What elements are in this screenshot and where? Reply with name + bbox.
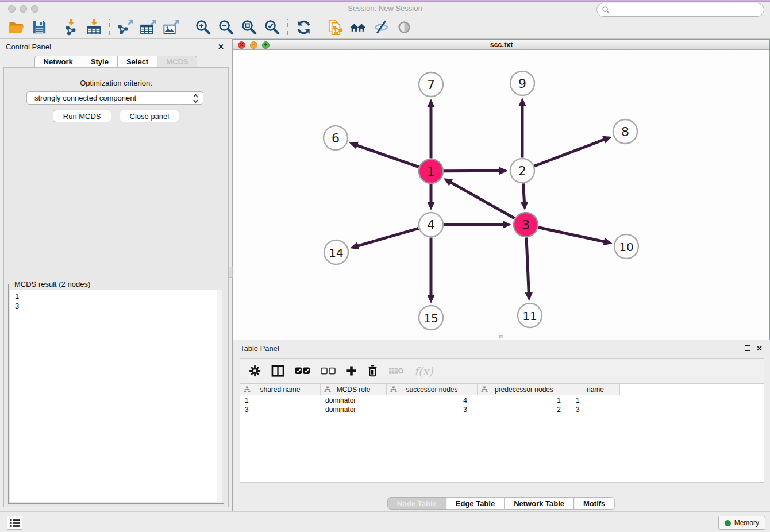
settings-gear-icon[interactable] bbox=[249, 365, 261, 377]
memory-label: Memory bbox=[734, 519, 759, 527]
vertical-splitter-grip[interactable] bbox=[229, 267, 233, 278]
table-cell: 2 bbox=[478, 405, 571, 414]
open-session-icon[interactable] bbox=[5, 18, 28, 37]
delete-icon[interactable] bbox=[367, 365, 378, 377]
node-label: 2 bbox=[518, 164, 526, 178]
first-neighbors-icon[interactable] bbox=[346, 18, 369, 37]
result-scrollbar[interactable] bbox=[217, 290, 222, 502]
node-label: 11 bbox=[522, 309, 537, 323]
export-table-icon[interactable] bbox=[137, 18, 160, 37]
export-network-icon[interactable] bbox=[114, 18, 137, 37]
run-mcds-button[interactable]: Run MCDS bbox=[53, 110, 111, 122]
zoom-fit-icon[interactable] bbox=[237, 18, 260, 37]
delete-column-icon bbox=[388, 366, 404, 376]
column-header-MCDS-role[interactable]: MCDS role bbox=[321, 384, 387, 395]
add-icon[interactable] bbox=[346, 365, 357, 376]
edge-2-8[interactable] bbox=[534, 139, 605, 166]
node-label: 10 bbox=[619, 240, 633, 254]
function-fx-icon: f(x) bbox=[414, 365, 433, 377]
zoom-in-icon[interactable] bbox=[191, 18, 214, 37]
column-header-predecessor-nodes[interactable]: predecessor nodes bbox=[478, 384, 571, 395]
column-header-successor-nodes[interactable]: successor nodes bbox=[387, 384, 478, 395]
edge-3-11[interactable] bbox=[526, 237, 529, 294]
tab-network-table[interactable]: Network Table bbox=[504, 497, 574, 510]
table-tabs: Node TableEdge TableNetwork TableMotifs bbox=[388, 497, 615, 510]
mcds-result-values: 13 bbox=[10, 290, 222, 313]
toolbar-separator bbox=[55, 19, 55, 36]
table-row[interactable]: 1dominator411 bbox=[240, 396, 620, 405]
deselect-all-icon[interactable] bbox=[321, 367, 336, 375]
close-panel-button[interactable]: Close panel bbox=[120, 110, 180, 122]
edge-1-6[interactable] bbox=[356, 145, 419, 167]
import-table-icon[interactable] bbox=[82, 18, 105, 37]
tab-motifs[interactable]: Motifs bbox=[573, 497, 615, 510]
refresh-icon[interactable] bbox=[292, 18, 315, 37]
edge-3-1[interactable] bbox=[450, 182, 514, 218]
close-panel-icon[interactable]: ✕ bbox=[218, 43, 224, 51]
show-columns-icon[interactable] bbox=[271, 365, 284, 377]
network-graph: 7968124314101511 bbox=[233, 50, 769, 339]
table-cell: 1 bbox=[240, 396, 321, 405]
table-panel: Table Panel ✕ f(x) shared nameMCDS roles… bbox=[233, 340, 770, 511]
application-window: Session: New Session Control Panel ✕ Net… bbox=[0, 0, 770, 532]
node-table[interactable]: shared nameMCDS rolesuccessor nodesprede… bbox=[240, 383, 764, 483]
node-label: 7 bbox=[427, 78, 435, 92]
mcds-result-textarea[interactable]: 13 bbox=[10, 290, 222, 502]
tab-network[interactable]: Network bbox=[34, 56, 82, 68]
table-panel-title: Table Panel bbox=[240, 344, 279, 353]
import-network-icon[interactable] bbox=[59, 18, 82, 37]
edge-4-14[interactable] bbox=[357, 228, 418, 246]
task-history-button[interactable] bbox=[7, 516, 22, 530]
optimization-criterion-select[interactable]: strongly connected component bbox=[26, 91, 203, 105]
node-label: 3 bbox=[522, 218, 530, 232]
close-table-panel-icon[interactable]: ✕ bbox=[756, 345, 763, 352]
arrowhead-icon bbox=[525, 292, 533, 301]
search-input[interactable] bbox=[610, 6, 764, 14]
column-tree-icon bbox=[324, 386, 331, 393]
tab-node-table[interactable]: Node Table bbox=[387, 497, 446, 510]
mcds-result-line: 3 bbox=[15, 301, 217, 311]
column-header-label: MCDS role bbox=[337, 385, 371, 394]
float-panel-icon[interactable] bbox=[206, 44, 211, 49]
tab-edge-table[interactable]: Edge Table bbox=[446, 497, 505, 510]
float-table-panel-icon[interactable] bbox=[745, 345, 750, 351]
new-network-from-selection-icon[interactable] bbox=[324, 18, 346, 37]
table-cell: dominator bbox=[321, 396, 387, 405]
memory-button[interactable]: Memory bbox=[718, 516, 765, 530]
arrowhead-icon bbox=[518, 98, 526, 106]
hide-selected-icon[interactable] bbox=[369, 18, 392, 37]
column-header-shared-name[interactable]: shared name bbox=[240, 384, 321, 395]
toolbar-separator bbox=[187, 19, 187, 36]
table-row[interactable]: 3dominator323 bbox=[240, 405, 620, 414]
control-panel-title: Control Panel bbox=[6, 43, 51, 51]
control-panel: Control Panel ✕ NetworkStyleSelectMCDS O… bbox=[0, 39, 233, 511]
edge-2-3[interactable] bbox=[523, 183, 524, 203]
table-cell: 3 bbox=[387, 405, 478, 414]
memory-status-dot-icon bbox=[725, 520, 731, 526]
column-header-name[interactable]: name bbox=[571, 384, 620, 395]
tab-style[interactable]: Style bbox=[82, 56, 118, 68]
edge-3-10[interactable] bbox=[538, 228, 605, 242]
column-tree-icon bbox=[481, 386, 488, 393]
save-session-icon[interactable] bbox=[28, 18, 51, 37]
zoom-selected-icon[interactable] bbox=[260, 18, 283, 37]
node-label: 4 bbox=[427, 218, 435, 232]
tab-select[interactable]: Select bbox=[117, 56, 157, 68]
arrowhead-icon bbox=[503, 221, 511, 229]
list-icon bbox=[9, 518, 21, 528]
dropdown-value: strongly connected component bbox=[34, 94, 136, 102]
tab-mcds[interactable]: MCDS bbox=[157, 56, 197, 68]
column-header-label: successor nodes bbox=[406, 385, 457, 394]
edge-1-2[interactable] bbox=[444, 171, 500, 171]
arrowhead-icon bbox=[521, 202, 529, 210]
mcds-panel: Optimization criterion: strongly connect… bbox=[3, 67, 229, 507]
show-all-icon[interactable] bbox=[392, 18, 415, 37]
export-image-icon[interactable] bbox=[160, 18, 183, 37]
select-all-icon[interactable] bbox=[295, 367, 310, 375]
search-box[interactable] bbox=[596, 3, 764, 17]
mcds-result-line: 1 bbox=[15, 291, 217, 301]
horizontal-splitter-grip[interactable] bbox=[499, 335, 503, 338]
network-window-titlebar[interactable]: ✕ − + scc.txt bbox=[233, 40, 769, 50]
network-canvas[interactable]: 7968124314101511 bbox=[233, 50, 769, 340]
zoom-out-icon[interactable] bbox=[214, 18, 237, 37]
